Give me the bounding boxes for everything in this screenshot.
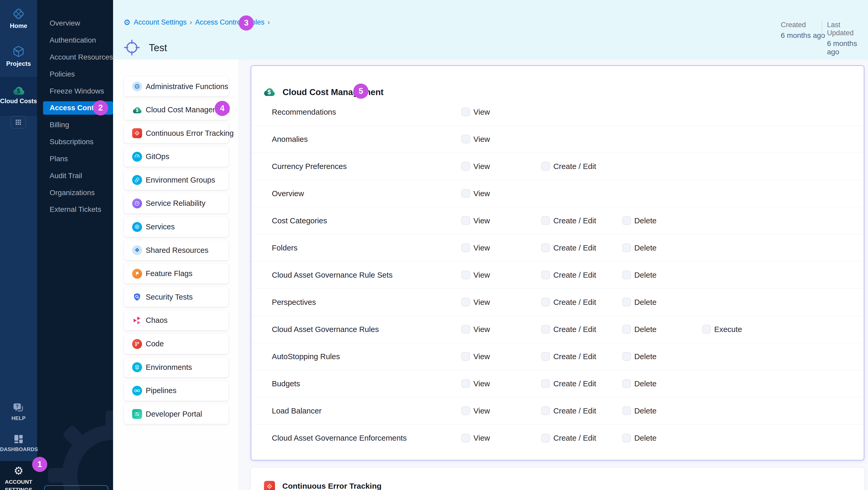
permission-label: View: [473, 271, 490, 279]
checkbox-view[interactable]: [461, 352, 470, 361]
sidebar-item-external-tickets[interactable]: External Tickets: [37, 201, 113, 218]
checkbox-view[interactable]: [461, 271, 470, 279]
checkbox-create-edit[interactable]: [541, 352, 550, 361]
sidebar-item-subscriptions[interactable]: Subscriptions: [37, 133, 113, 150]
resource-item-administrative-functions[interactable]: ⚙Administrative Functions: [124, 76, 228, 96]
sidebar-item-policies[interactable]: Policies: [37, 66, 113, 83]
checkbox-view[interactable]: [461, 108, 470, 116]
resource-item-label: Shared Resources: [146, 246, 208, 255]
breadcrumb-account-settings-link[interactable]: Account Settings: [134, 18, 187, 26]
sidebar-item-overview[interactable]: Overview: [37, 15, 113, 32]
permission-label: View: [473, 352, 490, 361]
sidebar-item-audit-trail[interactable]: Audit Trail: [37, 167, 113, 184]
permission-row-folders: FoldersViewCreate / EditDelete: [251, 234, 864, 262]
sliders-icon: [132, 409, 142, 419]
permission-resource-name: Overview: [272, 189, 304, 198]
resource-item-service-reliability[interactable]: Service Reliability: [124, 193, 228, 213]
breadcrumb-roles-link[interactable]: Access Control: Roles: [195, 18, 265, 26]
resource-item-developer-portal[interactable]: Developer Portal: [124, 404, 228, 424]
resource-groups-column: ⚙Administrative Functions$Cloud Cost Man…: [113, 60, 239, 490]
checkbox-view[interactable]: [461, 325, 470, 334]
checkbox-view[interactable]: [461, 189, 470, 198]
git-branch-icon: [132, 339, 142, 349]
sidebar-item-freeze-windows[interactable]: Freeze Windows: [37, 83, 113, 99]
sidebar-item-billing[interactable]: Billing: [37, 117, 113, 133]
resource-item-environment-groups[interactable]: Environment Groups: [124, 170, 228, 190]
checkbox-delete[interactable]: [622, 216, 631, 225]
checkbox-execute[interactable]: [702, 325, 711, 334]
resource-center-widget[interactable]: [44, 485, 108, 490]
checkbox-view[interactable]: [461, 434, 470, 442]
resource-item-security-tests[interactable]: Security Tests: [124, 287, 228, 307]
resource-item-environments[interactable]: Environments: [124, 357, 228, 377]
resource-item-gitops[interactable]: GitOps: [124, 147, 228, 166]
permission-label: View: [473, 135, 490, 144]
rail-item-home[interactable]: Home: [0, 7, 37, 30]
checkbox-view[interactable]: [461, 162, 470, 171]
checkbox-create-edit[interactable]: [541, 434, 550, 442]
svg-text:$: $: [136, 108, 138, 113]
resource-item-continuous-error-tracking[interactable]: Continuous Error Tracking: [124, 123, 228, 143]
permission-label: Create / Edit: [553, 352, 596, 361]
sidebar-item-plans[interactable]: Plans: [37, 150, 113, 167]
checkbox-delete[interactable]: [622, 406, 631, 415]
resource-item-services[interactable]: Services: [124, 217, 228, 237]
checkbox-view[interactable]: [461, 216, 470, 225]
sidebar-item-account-resources[interactable]: Account Resources: [37, 49, 113, 66]
checkbox-view[interactable]: [461, 298, 470, 306]
rail-item-label: ACCOUNT SETTINGS: [0, 478, 37, 490]
checkbox-delete[interactable]: [622, 271, 631, 279]
permission-label: View: [473, 434, 490, 442]
checkbox-create-edit[interactable]: [541, 325, 550, 334]
rail-item-dashboards[interactable]: DASHBOARDS: [0, 434, 37, 452]
checkbox-delete[interactable]: [622, 379, 631, 388]
harness-home-icon: [0, 7, 37, 20]
permission-slot-delete: Delete: [622, 216, 656, 225]
help-chat-icon: ?: [0, 402, 37, 414]
checkbox-view[interactable]: [461, 379, 470, 388]
resource-item-shared-resources[interactable]: ❖Shared Resources: [124, 240, 228, 260]
rail-item-projects[interactable]: Projects: [0, 45, 37, 67]
sidebar-item-organizations[interactable]: Organizations: [37, 184, 113, 201]
checkbox-delete[interactable]: [622, 298, 631, 306]
permission-label: Delete: [634, 352, 656, 361]
annotation-badge-4: 4: [215, 101, 230, 116]
checkbox-create-edit[interactable]: [541, 298, 550, 306]
checkbox-create-edit[interactable]: [541, 162, 550, 171]
sidebar-item-authentication[interactable]: Authentication: [37, 32, 113, 49]
checkbox-create-edit[interactable]: [541, 243, 550, 252]
permission-label: View: [473, 108, 490, 117]
checkbox-view[interactable]: [461, 406, 470, 415]
checkbox-view[interactable]: [461, 135, 470, 144]
gear-icon: ⚙: [132, 82, 142, 91]
permission-label: View: [473, 298, 490, 307]
permission-slot-view: View: [461, 352, 490, 361]
resource-item-chaos[interactable]: Chaos: [124, 311, 228, 330]
resource-item-feature-flags[interactable]: Feature Flags: [124, 264, 228, 284]
settings-menu-panel: OverviewAuthenticationAccount ResourcesP…: [37, 0, 113, 490]
resource-item-pipelines[interactable]: Pipelines: [124, 381, 228, 401]
checkbox-create-edit[interactable]: [541, 216, 550, 225]
checkbox-delete[interactable]: [622, 352, 631, 361]
permission-label: Create / Edit: [553, 162, 596, 171]
checkbox-create-edit[interactable]: [541, 271, 550, 279]
resource-item-label: Continuous Error Tracking: [146, 129, 234, 137]
checkbox-delete[interactable]: [622, 434, 631, 442]
rail-item-cloud-costs[interactable]: $ Cloud Costs: [0, 85, 37, 105]
permission-label: Delete: [634, 325, 656, 334]
resource-item-label: Developer Portal: [146, 410, 202, 419]
checkbox-delete[interactable]: [622, 243, 631, 252]
rail-item-account-settings[interactable]: ⚙ ACCOUNT SETTINGS: [0, 465, 37, 490]
module-grid-button[interactable]: [11, 116, 26, 128]
permission-slot-create-edit: Create / Edit: [541, 325, 596, 334]
rail-item-help[interactable]: ? HELP: [0, 402, 37, 421]
resource-item-code[interactable]: Code: [124, 334, 228, 354]
permission-slot-view: View: [461, 189, 490, 198]
gear-icon: ⚙: [0, 465, 37, 477]
checkbox-delete[interactable]: [622, 325, 631, 334]
checkbox-create-edit[interactable]: [541, 379, 550, 388]
checkbox-create-edit[interactable]: [541, 406, 550, 415]
checkbox-view[interactable]: [461, 243, 470, 252]
last-updated-meta: Last Updated 6 months ago: [827, 21, 868, 56]
resource-item-cloud-cost-management[interactable]: $Cloud Cost Management: [124, 100, 228, 120]
